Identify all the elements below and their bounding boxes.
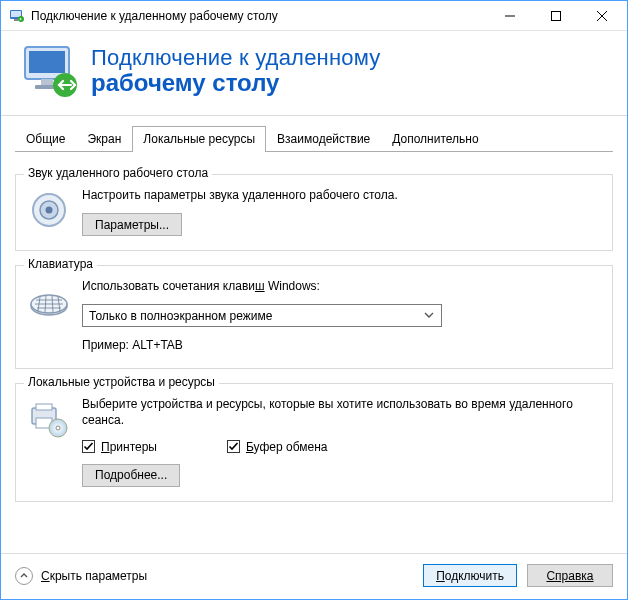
window-buttons xyxy=(487,1,625,30)
tabs: Общие Экран Локальные ресурсы Взаимодейс… xyxy=(1,116,627,152)
collapse-arrow-icon xyxy=(15,567,33,585)
keyboard-example: Пример: ALT+TAB xyxy=(82,337,600,353)
header-text: Подключение к удаленному рабочему столу xyxy=(91,45,380,97)
tab-display[interactable]: Экран xyxy=(76,126,132,152)
keyboard-desc: Использовать сочетания клавиш Windows: xyxy=(82,278,600,294)
speaker-icon xyxy=(28,189,70,231)
hide-options-toggle[interactable]: Скрыть параметры xyxy=(15,567,147,585)
group-devices: Локальные устройства и ресурсы Выберите … xyxy=(15,383,613,502)
checkbox-icon xyxy=(227,440,240,453)
svg-rect-23 xyxy=(36,404,52,410)
keyboard-select-value: Только в полноэкранном режиме xyxy=(89,309,272,323)
header: Подключение к удаленному рабочему столу xyxy=(1,31,627,116)
group-audio: Звук удаленного рабочего стола Настроить… xyxy=(15,174,613,251)
clipboard-checkbox[interactable]: Буфер обмена xyxy=(227,440,328,454)
group-keyboard: Клавиатура xyxy=(15,265,613,368)
footer: Скрыть параметры Подключить Справка xyxy=(1,553,627,599)
svg-rect-2 xyxy=(14,19,18,21)
tab-experience[interactable]: Взаимодействие xyxy=(266,126,381,152)
svg-rect-1 xyxy=(11,11,21,17)
rdp-window: Подключение к удаленному рабочему столу xyxy=(0,0,628,600)
tab-advanced[interactable]: Дополнительно xyxy=(381,126,489,152)
window-title: Подключение к удаленному рабочему столу xyxy=(31,9,487,23)
keyboard-combo-select[interactable]: Только в полноэкранном режиме xyxy=(82,304,442,327)
header-line1: Подключение к удаленному xyxy=(91,45,380,71)
rdc-monitor-icon xyxy=(21,41,81,101)
minimize-button[interactable] xyxy=(487,1,533,30)
group-keyboard-legend: Клавиатура xyxy=(24,257,97,271)
devices-more-button[interactable]: Подробнее... xyxy=(82,464,180,487)
titlebar: Подключение к удаленному рабочему столу xyxy=(1,1,627,31)
printers-checkbox[interactable]: Принтеры xyxy=(82,440,157,454)
svg-point-26 xyxy=(56,426,60,430)
checkbox-icon xyxy=(82,440,95,453)
chevron-down-icon xyxy=(423,309,435,324)
group-audio-legend: Звук удаленного рабочего стола xyxy=(24,166,212,180)
connect-button[interactable]: Подключить xyxy=(423,564,517,587)
close-button[interactable] xyxy=(579,1,625,30)
tab-content: Звук удаленного рабочего стола Настроить… xyxy=(1,152,627,553)
audio-settings-button[interactable]: Параметры... xyxy=(82,213,182,236)
help-button[interactable]: Справка xyxy=(527,564,613,587)
tab-general[interactable]: Общие xyxy=(15,126,76,152)
audio-desc: Настроить параметры звука удаленного раб… xyxy=(82,187,600,203)
header-line2: рабочему столу xyxy=(91,69,380,97)
app-icon xyxy=(9,8,25,24)
group-devices-legend: Локальные устройства и ресурсы xyxy=(24,375,219,389)
maximize-button[interactable] xyxy=(533,1,579,30)
svg-rect-6 xyxy=(29,51,65,73)
keyboard-icon xyxy=(28,280,70,322)
printer-disk-icon xyxy=(28,398,70,440)
svg-rect-4 xyxy=(552,11,561,20)
tab-local-resources[interactable]: Локальные ресурсы xyxy=(132,126,266,152)
svg-rect-7 xyxy=(41,79,53,85)
svg-point-12 xyxy=(46,207,53,214)
devices-desc: Выберите устройства и ресурсы, которые в… xyxy=(82,396,600,428)
